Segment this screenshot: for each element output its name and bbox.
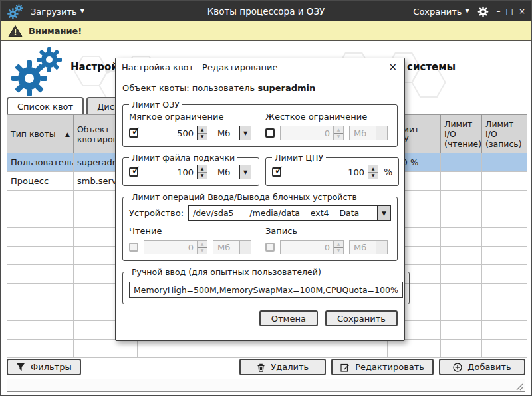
cpu-limit-checkbox[interactable]: ✓ xyxy=(272,167,281,177)
io-write-value: 0 xyxy=(281,241,333,254)
swap-limit-checkbox[interactable]: ✓ xyxy=(129,167,138,177)
quota-object-line: Объект квоты: пользователь superadmin xyxy=(122,83,398,93)
device-combobox[interactable]: /dev/sda5 /media/data ext4 Data ▼ xyxy=(188,205,391,221)
delete-button[interactable]: Удалить xyxy=(239,359,326,375)
spin-up-icon: ▲ xyxy=(198,241,207,248)
swap-limit-value[interactable]: 100 xyxy=(144,165,197,179)
warning-banner: Внимание! xyxy=(1,21,531,41)
chevron-down-icon xyxy=(376,126,387,140)
io-read-label: Чтение xyxy=(129,226,255,236)
load-menu-button[interactable]: Загрузить ▼ xyxy=(31,7,84,17)
swap-limit-group: Лимит файла подкачки ✓ 100 ▲ ▼ xyxy=(122,153,259,186)
add-plus-icon xyxy=(453,363,462,372)
filter-icon xyxy=(16,363,25,371)
unit-label: Мб xyxy=(350,126,376,140)
cell-type: Пользователь xyxy=(7,153,74,172)
action-bar: Фильтры Удалить xyxy=(7,359,525,375)
manual-input-legend: Ручной ввод (для опытных пользователей) xyxy=(129,267,324,277)
soft-limit-spinner[interactable]: 500 ▲ ▼ xyxy=(144,126,207,140)
dialog-title: Настройка квот - Редактирование xyxy=(122,62,387,72)
device-label: Устройство: xyxy=(129,208,184,218)
ram-limit-group: Лимит ОЗУ Мягкое ограничение Жесткое огр… xyxy=(122,100,398,147)
cpu-limit-legend: Лимит ЦПУ xyxy=(272,153,326,163)
tab-label: Список квот xyxy=(17,102,73,112)
chevron-down-icon[interactable]: ▼ xyxy=(239,126,251,140)
soft-limit-unit-dropdown[interactable]: Мб ▼ xyxy=(213,126,251,140)
app-window: Загрузить ▼ Квоты процессора и ОЗУ Сохра… xyxy=(0,0,532,396)
swap-limit-unit-dropdown[interactable]: Мб ▼ xyxy=(213,165,251,179)
io-write-checkbox[interactable] xyxy=(265,243,275,252)
chevron-down-icon: ▼ xyxy=(80,9,84,14)
spin-up-icon[interactable]: ▲ xyxy=(198,126,207,134)
cpu-limit-group: Лимит ЦПУ ✓ 100 ▲ ▼ % xyxy=(265,153,399,186)
spin-down-icon: ▼ xyxy=(334,134,343,140)
column-label: Тип квоты xyxy=(11,129,56,139)
dialog-titlebar: Настройка квот - Редактирование × xyxy=(116,58,404,76)
column-io-write[interactable]: Лимит I/O (запись) xyxy=(482,115,527,153)
cell-io-read xyxy=(441,172,482,191)
app-logo-icon xyxy=(7,4,24,19)
spin-down-icon[interactable]: ▼ xyxy=(198,173,207,179)
column-io-read[interactable]: Лимит I/O (чтение) xyxy=(441,115,482,153)
spin-down-icon: ▼ xyxy=(334,248,343,254)
chevron-down-icon: ▼ xyxy=(465,9,469,14)
add-label: Добавить xyxy=(467,362,511,372)
page-heading-left: Настрой xyxy=(70,61,118,73)
spin-down-icon[interactable]: ▼ xyxy=(368,173,378,179)
chevron-down-icon[interactable]: ▼ xyxy=(239,165,251,179)
save-menu-button[interactable]: Сохранить ▼ xyxy=(413,7,469,17)
cpu-limit-value[interactable]: 100 xyxy=(287,165,368,179)
filters-button[interactable]: Фильтры xyxy=(7,359,81,375)
io-limit-group: Лимит операций Ввода/Вывода блочных устр… xyxy=(122,192,398,261)
maximize-button[interactable]: □ xyxy=(506,7,513,15)
resize-grip[interactable] xyxy=(513,381,524,391)
spin-up-icon: ▲ xyxy=(334,241,343,248)
spin-down-icon[interactable]: ▼ xyxy=(198,134,207,140)
quota-object-label: Объект квоты: пользователь xyxy=(122,83,255,93)
save-menu-label: Сохранить xyxy=(413,7,462,17)
spin-up-icon: ▲ xyxy=(334,126,343,134)
cell-io-write xyxy=(482,172,527,191)
unit-label: Мб xyxy=(350,241,376,254)
settings-gear-icon[interactable] xyxy=(477,6,489,17)
column-quota-type[interactable]: Тип квоты ▲ xyxy=(7,115,74,153)
main-content: Настрой системы Список квот Диспетчер Т xyxy=(1,41,531,395)
spin-up-icon[interactable]: ▲ xyxy=(198,165,207,173)
save-button[interactable]: Сохранить xyxy=(325,310,398,326)
check-icon: ✓ xyxy=(131,124,141,138)
column-label: Лимит I/O (чтение) xyxy=(444,119,481,149)
edit-button[interactable]: Редактировать xyxy=(331,359,434,375)
hard-limit-value: 0 xyxy=(281,126,333,140)
device-value: /dev/sda5 /media/data ext4 Data xyxy=(189,206,377,220)
status-bar xyxy=(7,379,525,392)
sort-asc-icon[interactable]: ▲ xyxy=(65,131,70,138)
io-write-label: Запись xyxy=(265,226,391,236)
swap-limit-spinner[interactable]: 100 ▲ ▼ xyxy=(144,165,207,179)
io-read-checkbox[interactable] xyxy=(129,243,138,252)
soft-limit-value[interactable]: 500 xyxy=(144,126,197,140)
app-logo-large xyxy=(9,47,65,97)
hard-limit-checkbox[interactable] xyxy=(265,128,275,138)
chevron-down-icon[interactable]: ▼ xyxy=(377,206,390,220)
add-button[interactable]: Добавить xyxy=(439,359,525,375)
cell-io-read: - xyxy=(441,153,482,172)
cpu-limit-spinner[interactable]: 100 ▲ ▼ xyxy=(287,165,378,179)
check-icon: ✓ xyxy=(274,163,284,177)
dialog-close-button[interactable]: × xyxy=(387,62,398,72)
io-limit-legend: Лимит операций Ввода/Вывода блочных устр… xyxy=(129,192,360,202)
titlebar: Загрузить ▼ Квоты процессора и ОЗУ Сохра… xyxy=(1,1,531,21)
close-button[interactable]: × xyxy=(519,7,525,15)
load-menu-label: Загрузить xyxy=(31,7,77,17)
manual-input-field[interactable]: MemoryHigh=500M,MemorySwapMax=100M,CPUQu… xyxy=(129,282,403,298)
percent-label: % xyxy=(384,167,392,177)
manual-input-group: Ручной ввод (для опытных пользователей) … xyxy=(122,267,410,304)
minimize-button[interactable]: – xyxy=(497,7,501,15)
cancel-button[interactable]: Отмена xyxy=(259,310,318,326)
soft-limit-checkbox[interactable]: ✓ xyxy=(129,128,138,138)
io-read-spinner: 0 ▲ ▼ xyxy=(144,240,207,254)
filters-label: Фильтры xyxy=(31,362,72,372)
quota-edit-dialog: Настройка квот - Редактирование × Объект… xyxy=(115,58,405,341)
spin-up-icon[interactable]: ▲ xyxy=(368,165,378,173)
io-write-unit-dropdown: Мб xyxy=(349,240,388,254)
tab-quota-list[interactable]: Список квот xyxy=(7,97,84,114)
